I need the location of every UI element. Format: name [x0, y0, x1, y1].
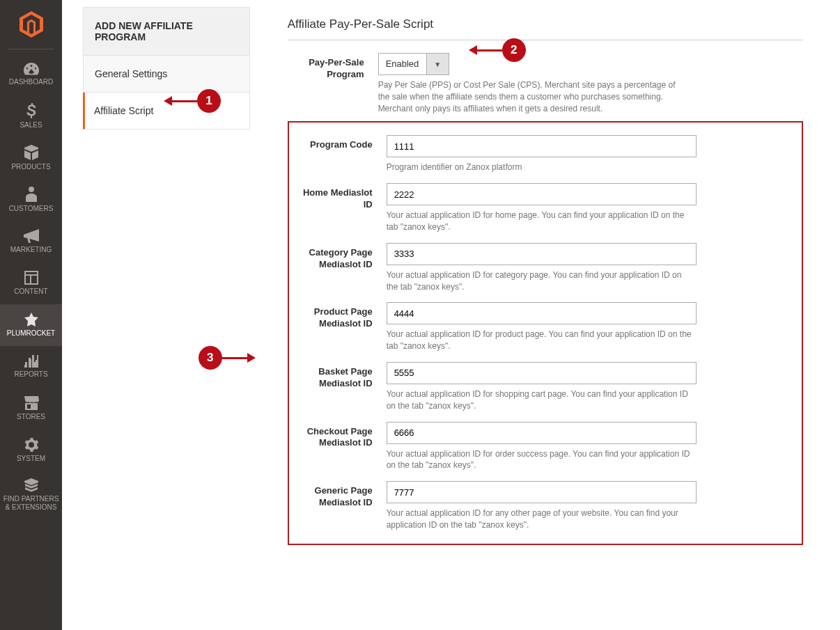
label-home-mediaslot: Home Mediaslot ID — [296, 183, 387, 233]
label-basket-mediaslot: Basket Page Mediaslot ID — [296, 362, 387, 412]
callout-2: 2 — [469, 38, 526, 62]
help-checkout-mediaslot: Your actual application ID for order suc… — [387, 448, 693, 472]
customers-icon — [26, 187, 37, 202]
select-value: Enabled — [378, 53, 427, 75]
fields-highlight-box: Program Code Program identifier on Zanox… — [288, 121, 803, 544]
sidebar-label: PRODUCTS — [11, 163, 50, 171]
plumrocket-icon — [24, 313, 38, 326]
sidebar-item-plumrocket[interactable]: PLUMROCKET — [0, 304, 62, 346]
label-product-mediaslot: Product Page Mediaslot ID — [296, 302, 387, 352]
callout-3: 3 — [199, 346, 256, 370]
sidebar-label: CUSTOMERS — [9, 205, 54, 213]
tab-label: Affiliate Script — [94, 105, 153, 116]
callout-badge: 1 — [197, 89, 221, 113]
dashboard-icon — [24, 63, 39, 75]
callout-badge: 3 — [199, 346, 222, 370]
row-basket-mediaslot: Basket Page Mediaslot ID Your actual app… — [296, 362, 788, 412]
products-icon — [24, 145, 39, 160]
help-generic-mediaslot: Your actual application ID for any other… — [387, 507, 693, 531]
control-enable: Enabled ▼ Pay Per Sale (PPS) or Cost Per… — [378, 53, 803, 114]
sidebar-item-stores[interactable]: STORES — [0, 388, 62, 430]
main-content: ADD NEW AFFILIATE PROGRAM General Settin… — [62, 0, 840, 559]
label-checkout-mediaslot: Checkout Page Mediaslot ID — [296, 422, 387, 472]
input-product-mediaslot[interactable] — [387, 302, 697, 324]
sidebar-item-customers[interactable]: CUSTOMERS — [0, 179, 62, 221]
row-home-mediaslot: Home Mediaslot ID Your actual applicatio… — [296, 183, 788, 233]
dropdown-arrow-icon: ▼ — [427, 53, 449, 75]
svg-rect-1 — [29, 358, 31, 368]
admin-sidebar: DASHBOARD SALES PRODUCTS CUSTOMERS MARKE… — [0, 0, 62, 559]
label-program-code: Program Code — [296, 135, 387, 173]
row-product-mediaslot: Product Page Mediaslot ID Your actual ap… — [296, 302, 788, 352]
row-checkout-mediaslot: Checkout Page Mediaslot ID Your actual a… — [296, 422, 788, 472]
label-generic-mediaslot: Generic Page Mediaslot ID — [296, 481, 387, 531]
row-category-mediaslot: Category Page Mediaslot ID Your actual a… — [296, 243, 788, 293]
help-program-code: Program identifier on Zanox platform — [387, 162, 693, 173]
reports-icon — [24, 355, 38, 368]
callout-badge: 2 — [502, 38, 526, 62]
help-enable: Pay Per Sale (PPS) or Cost Per Sale (CPS… — [378, 79, 685, 114]
help-home-mediaslot: Your actual application ID for home page… — [387, 210, 693, 233]
enable-select[interactable]: Enabled ▼ — [378, 53, 449, 75]
sidebar-label: FIND PARTNERS & EXTENSIONS — [3, 495, 59, 512]
row-enable: Pay-Per-Sale Program Enabled ▼ Pay Per S… — [288, 53, 803, 114]
tab-general-settings[interactable]: General Settings — [83, 56, 250, 93]
label-category-mediaslot: Category Page Mediaslot ID — [296, 243, 387, 293]
tabs-header: ADD NEW AFFILIATE PROGRAM — [83, 7, 250, 56]
sales-icon — [26, 103, 36, 118]
marketing-icon — [24, 229, 39, 243]
label-enable: Pay-Per-Sale Program — [288, 53, 378, 114]
tab-label: General Settings — [95, 68, 167, 79]
help-category-mediaslot: Your actual application ID for category … — [387, 269, 693, 293]
sidebar-item-partners[interactable]: FIND PARTNERS & EXTENSIONS — [0, 471, 62, 519]
sidebar-item-sales[interactable]: SALES — [0, 95, 62, 137]
help-basket-mediaslot: Your actual application ID for shopping … — [387, 388, 693, 412]
input-basket-mediaslot[interactable] — [387, 362, 697, 384]
sidebar-item-reports[interactable]: REPORTS — [0, 346, 62, 388]
content-icon — [24, 271, 38, 285]
sidebar-label: SALES — [20, 121, 42, 129]
callout-1: 1 — [164, 89, 221, 113]
svg-rect-0 — [25, 362, 27, 368]
input-home-mediaslot[interactable] — [387, 183, 697, 205]
row-program-code: Program Code Program identifier on Zanox… — [296, 135, 788, 173]
sidebar-label: DASHBOARD — [9, 78, 53, 86]
logo-icon[interactable] — [0, 0, 62, 49]
sidebar-item-products[interactable]: PRODUCTS — [0, 137, 62, 179]
form-content: 2 3 Affiliate Pay-Per-Sale Script Pay-Pe… — [288, 17, 803, 545]
sidebar-label: CONTENT — [14, 288, 47, 296]
help-product-mediaslot: Your actual application ID for product p… — [387, 329, 693, 352]
svg-rect-3 — [36, 360, 38, 368]
input-generic-mediaslot[interactable] — [387, 481, 697, 503]
stores-icon — [24, 396, 39, 410]
input-checkout-mediaslot[interactable] — [387, 422, 697, 444]
input-category-mediaslot[interactable] — [387, 243, 697, 265]
sidebar-label: MARKETING — [10, 246, 52, 254]
sidebar-label: SYSTEM — [17, 455, 45, 463]
row-generic-mediaslot: Generic Page Mediaslot ID Your actual ap… — [296, 481, 788, 531]
sidebar-item-marketing[interactable]: MARKETING — [0, 221, 62, 262]
sidebar-item-content[interactable]: CONTENT — [0, 262, 62, 304]
sidebar-item-system[interactable]: SYSTEM — [0, 430, 62, 471]
sidebar-label: REPORTS — [14, 370, 47, 379]
input-program-code[interactable] — [387, 135, 697, 157]
svg-rect-2 — [32, 355, 34, 368]
sidebar-item-dashboard[interactable]: DASHBOARD — [0, 54, 62, 95]
section-title: Affiliate Pay-Per-Sale Script — [288, 17, 803, 40]
sidebar-label: STORES — [17, 413, 45, 421]
sidebar-label: PLUMROCKET — [7, 329, 55, 338]
partners-icon — [24, 478, 39, 492]
system-icon — [24, 438, 38, 452]
